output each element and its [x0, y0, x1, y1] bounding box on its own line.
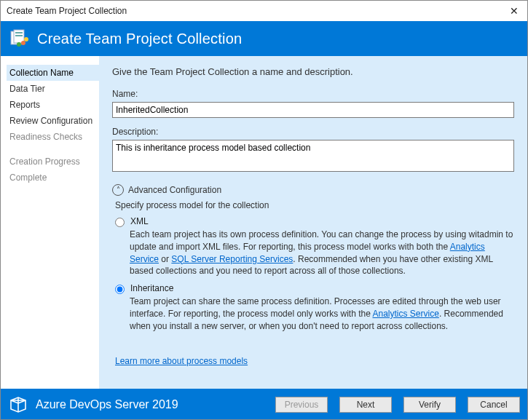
sidebar-step-review-configuration[interactable]: Review Configuration: [7, 113, 99, 129]
footer-bar: Azure DevOps Server 2019 Previous Next V…: [1, 389, 527, 420]
radio-xml[interactable]: [115, 218, 125, 227]
svg-point-5: [17, 42, 21, 47]
radio-xml-description: Each team project has its own process de…: [130, 229, 514, 277]
svg-point-6: [24, 37, 28, 41]
close-icon[interactable]: ✕: [505, 4, 523, 18]
collection-icon: [9, 28, 30, 49]
footer-brand: Azure DevOps Server 2019: [8, 395, 268, 415]
radio-xml-label: XML: [130, 216, 149, 226]
radio-inheritance[interactable]: [115, 285, 125, 294]
footer-brand-text: Azure DevOps Server 2019: [36, 398, 178, 411]
cancel-button[interactable]: Cancel: [468, 397, 520, 413]
radio-inheritance-description: Team project can share the same process …: [130, 296, 514, 332]
sidebar-step-collection-name[interactable]: Collection Name: [7, 65, 99, 81]
sidebar-step-complete: Complete: [7, 170, 99, 186]
page-heading: Give the Team Project Collection a name …: [112, 66, 514, 77]
advanced-configuration-label: Advanced Configuration: [128, 185, 221, 195]
link-analytics-service-inh[interactable]: Analytics Service: [373, 309, 439, 319]
banner-title: Create Team Project Collection: [37, 31, 242, 47]
name-label: Name:: [112, 89, 514, 99]
header-banner: Create Team Project Collection: [1, 21, 527, 56]
sidebar-step-data-tier[interactable]: Data Tier: [7, 81, 99, 97]
wizard-sidebar: Collection Name Data Tier Reports Review…: [1, 56, 99, 389]
name-input[interactable]: [112, 102, 514, 118]
learn-more-link[interactable]: Learn more about process models: [115, 356, 248, 366]
radio-inheritance-label: Inheritance: [130, 283, 173, 293]
description-input[interactable]: This is inheritance process model based …: [112, 140, 514, 172]
previous-button[interactable]: Previous: [275, 397, 328, 413]
svg-point-4: [21, 41, 25, 45]
next-button[interactable]: Next: [339, 397, 392, 413]
verify-button[interactable]: Verify: [403, 397, 456, 413]
title-bar: Create Team Project Collection ✕: [1, 1, 527, 21]
svg-rect-3: [15, 35, 23, 36]
advanced-configuration-toggle[interactable]: ˄ Advanced Configuration: [112, 184, 514, 196]
svg-rect-2: [15, 32, 23, 33]
sidebar-step-creation-progress: Creation Progress: [7, 154, 99, 170]
description-label: Description:: [112, 127, 514, 137]
link-sql-reporting-services[interactable]: SQL Server Reporting Services: [171, 254, 293, 264]
azure-devops-icon: [8, 395, 28, 415]
chevron-up-icon: ˄: [112, 184, 124, 196]
sidebar-step-readiness-checks: Readiness Checks: [7, 129, 99, 145]
window-title: Create Team Project Collection: [7, 6, 127, 16]
sidebar-step-reports[interactable]: Reports: [7, 97, 99, 113]
process-model-heading: Specify process model for the collection: [115, 200, 514, 210]
main-panel: Give the Team Project Collection a name …: [99, 56, 527, 389]
